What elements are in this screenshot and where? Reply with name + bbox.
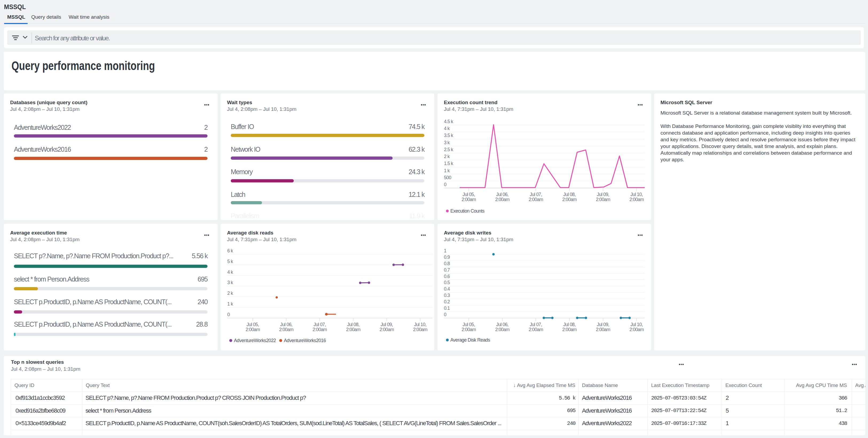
svg-text:5 k: 5 k — [227, 259, 233, 264]
svg-text:Jul 09,: Jul 09, — [597, 322, 609, 327]
svg-text:2 k: 2 k — [227, 290, 233, 296]
svg-text:0.5: 0.5 — [444, 280, 450, 285]
svg-text:0.7: 0.7 — [444, 267, 450, 273]
svg-text:2:00am: 2:00am — [346, 327, 361, 332]
svg-text:2:00am: 2:00am — [379, 327, 394, 332]
svg-text:Jul 07,: Jul 07, — [314, 322, 326, 327]
svg-text:4 k: 4 k — [444, 126, 450, 131]
svg-text:1 k: 1 k — [227, 301, 233, 307]
svg-text:Jul 05,: Jul 05, — [247, 322, 259, 327]
svg-text:Jul 06,: Jul 06, — [496, 192, 508, 197]
svg-text:Jul 05,: Jul 05, — [463, 192, 475, 197]
svg-text:2:00am: 2:00am — [529, 197, 543, 202]
svg-text:Jul 06,: Jul 06, — [496, 322, 508, 327]
svg-text:0.9: 0.9 — [444, 254, 450, 260]
svg-text:0: 0 — [227, 312, 230, 317]
svg-text:1.5 k: 1.5 k — [444, 161, 453, 166]
svg-text:Average Disk Reads: Average Disk Reads — [450, 337, 490, 343]
svg-text:2:00am: 2:00am — [246, 327, 260, 332]
svg-text:Jul 10,: Jul 10, — [414, 322, 426, 327]
svg-text:0: 0 — [444, 182, 446, 187]
svg-text:2:00am: 2:00am — [413, 327, 428, 332]
svg-text:Jul 08,: Jul 08, — [347, 322, 360, 327]
svg-text:3 k: 3 k — [227, 280, 233, 285]
svg-text:2:00am: 2:00am — [529, 327, 543, 332]
svg-text:2:00am: 2:00am — [495, 327, 509, 332]
svg-text:0.6: 0.6 — [444, 274, 450, 279]
svg-text:Jul 10,: Jul 10, — [630, 192, 643, 197]
svg-text:2.5 k: 2.5 k — [444, 147, 453, 152]
svg-text:2:00am: 2:00am — [596, 327, 610, 332]
svg-text:2:00am: 2:00am — [495, 197, 509, 202]
svg-text:2:00am: 2:00am — [279, 327, 293, 332]
svg-text:0.1: 0.1 — [444, 306, 450, 311]
svg-text:2:00am: 2:00am — [462, 197, 476, 202]
svg-text:2:00am: 2:00am — [312, 327, 327, 332]
svg-text:Execution Counts: Execution Counts — [450, 208, 485, 214]
svg-text:3.5 k: 3.5 k — [444, 133, 453, 138]
svg-text:2:00am: 2:00am — [462, 327, 476, 332]
svg-text:0.4: 0.4 — [444, 286, 450, 292]
svg-text:Jul 05,: Jul 05, — [463, 322, 475, 327]
svg-text:Jul 10,: Jul 10, — [630, 322, 643, 327]
svg-text:1: 1 — [444, 248, 446, 253]
svg-text:AdventureWorks2022: AdventureWorks2022 — [234, 338, 276, 343]
svg-text:4 k: 4 k — [227, 270, 233, 275]
svg-text:0.8: 0.8 — [444, 261, 450, 266]
svg-text:0.2: 0.2 — [444, 299, 450, 305]
svg-text:0.3: 0.3 — [444, 293, 450, 298]
svg-text:Jul 08,: Jul 08, — [563, 192, 576, 197]
svg-text:Jul 06,: Jul 06, — [280, 322, 292, 327]
svg-text:2:00am: 2:00am — [629, 327, 644, 332]
svg-text:3 k: 3 k — [444, 140, 450, 145]
svg-text:2:00am: 2:00am — [562, 327, 577, 332]
svg-text:2:00am: 2:00am — [562, 197, 577, 202]
svg-text:2:00am: 2:00am — [596, 197, 610, 202]
svg-text:Jul 09,: Jul 09, — [380, 322, 393, 327]
svg-text:500: 500 — [444, 175, 452, 180]
svg-text:Jul 07,: Jul 07, — [530, 192, 542, 197]
svg-text:AdventureWorks2016: AdventureWorks2016 — [284, 338, 326, 343]
svg-text:2 k: 2 k — [444, 154, 450, 159]
svg-text:0: 0 — [444, 312, 446, 317]
svg-text:6 k: 6 k — [227, 248, 233, 253]
svg-text:Jul 09,: Jul 09, — [597, 192, 609, 197]
svg-text:2:00am: 2:00am — [629, 197, 644, 202]
svg-text:Jul 07,: Jul 07, — [530, 322, 542, 327]
svg-text:1 k: 1 k — [444, 168, 450, 173]
svg-text:Jul 08,: Jul 08, — [563, 322, 576, 327]
svg-text:4.5 k: 4.5 k — [444, 119, 453, 124]
